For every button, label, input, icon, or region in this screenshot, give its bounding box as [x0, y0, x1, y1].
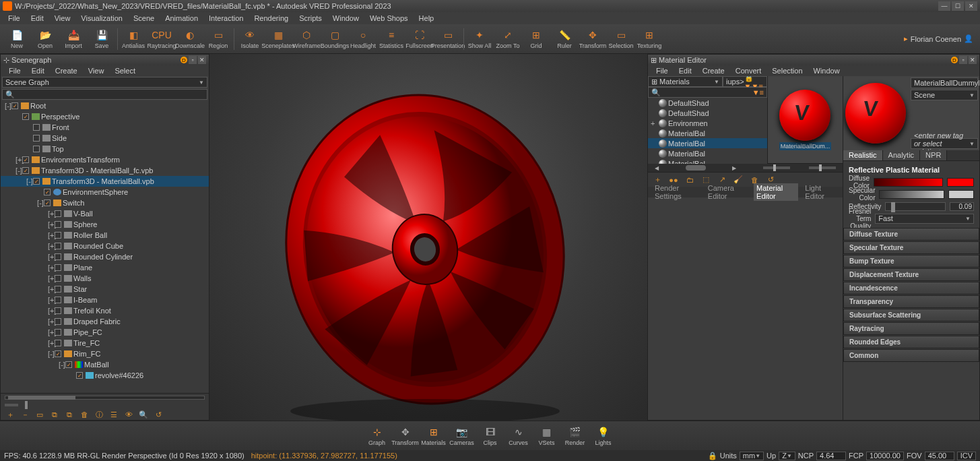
visibility-checkbox[interactable]: ✓	[44, 199, 51, 206]
visibility-checkbox[interactable]	[55, 264, 61, 271]
expander-icon[interactable]: [-]	[37, 199, 44, 207]
material-list-item[interactable]: MaterialBal	[648, 128, 767, 138]
materials-search[interactable]: 🔍 ▼≡	[648, 87, 767, 98]
panel-undock-button[interactable]: ▫	[189, 56, 197, 64]
section-incandescence[interactable]: Incandescence	[843, 282, 979, 295]
tree-node[interactable]: [+]Plane	[1, 262, 209, 273]
visibility-checkbox[interactable]: ✓	[22, 156, 29, 163]
materials-combo[interactable]: ⊞ Materials▼	[648, 76, 723, 87]
tool-sceneplates[interactable]: ▦Sceneplates	[264, 26, 292, 53]
tree-node[interactable]: [+]Rounded Cylinder	[1, 251, 209, 262]
tool-texturing[interactable]: ⊞Texturing	[635, 26, 663, 53]
panel-close-button[interactable]: ✕	[198, 56, 206, 64]
bottom-tool-vsets[interactable]: ▦VSets	[533, 423, 561, 450]
diffuse-color-solid[interactable]	[947, 178, 974, 187]
properties-icon[interactable]: ☰	[108, 409, 119, 420]
expander-icon[interactable]: [-]	[48, 350, 55, 358]
maximize-button[interactable]: ☐	[952, 1, 964, 11]
expander-icon[interactable]: [+]	[48, 328, 55, 336]
tree-node[interactable]: [+]Star	[1, 284, 209, 295]
expander-icon[interactable]: [+]	[48, 210, 55, 218]
material-list-item[interactable]: +Environmen	[648, 118, 767, 128]
tool-downscale[interactable]: ◐Downscale	[176, 26, 204, 53]
tree-node[interactable]: [+]Sphere	[1, 219, 209, 230]
visibility-checkbox[interactable]	[33, 124, 40, 131]
tool-headlight[interactable]: ○Headlight	[349, 26, 377, 53]
tool-isolate[interactable]: 👁Isolate	[236, 26, 264, 53]
tool-grid[interactable]: ⊞Grid	[522, 26, 550, 53]
material-list-item[interactable]: DefaultShad	[648, 108, 767, 118]
visibility-checkbox[interactable]: ✓	[11, 102, 18, 109]
tool-show-all[interactable]: ✦Show All	[465, 26, 494, 53]
expander-icon[interactable]: [+]	[48, 307, 55, 315]
tool-raytracing[interactable]: CPURaytracing	[148, 26, 176, 53]
tree-node[interactable]: [+]I-Beam	[1, 295, 209, 305]
section-rounded-edges[interactable]: Rounded Edges	[843, 336, 979, 348]
icv-button[interactable]: ICV	[957, 452, 976, 460]
link-render-settings[interactable]: Render Settings	[652, 183, 701, 201]
me-menu-selection[interactable]: Selection	[766, 65, 808, 76]
bottom-tool-curves[interactable]: ∿Curves	[504, 423, 533, 450]
viewport[interactable]	[209, 54, 647, 421]
expander-icon[interactable]: [-]	[5, 102, 11, 110]
menu-edit[interactable]: Edit	[26, 13, 49, 24]
expander-icon[interactable]: [+]	[48, 285, 55, 293]
tree-node[interactable]: [-]✓Rim_FC	[1, 348, 209, 359]
menu-scripts[interactable]: Scripts	[294, 13, 327, 24]
tree-node[interactable]: ✓Perspective	[1, 111, 209, 122]
preview-scrollbar[interactable]: ◀▶	[648, 164, 843, 172]
tree-node[interactable]: [-]✓Switch	[1, 197, 209, 208]
sg-menu-select[interactable]: Select	[109, 65, 141, 76]
group-icon[interactable]: ▭	[34, 409, 45, 420]
expander-icon[interactable]: [+]	[48, 274, 55, 282]
scenegraph-scrollbar[interactable]	[5, 396, 205, 400]
me-menu-file[interactable]: File	[651, 65, 674, 76]
me-menu-convert[interactable]: Convert	[730, 65, 767, 76]
tree-node[interactable]: [+]✓EnvironmentsTransform	[1, 154, 209, 165]
sg-menu-create[interactable]: Create	[50, 65, 83, 76]
section-displacement-texture[interactable]: Displacement Texture	[843, 268, 979, 281]
info-icon[interactable]: ⓘ	[94, 409, 104, 420]
tab-npr[interactable]: NPR	[920, 150, 947, 160]
tool-save[interactable]: 💾Save	[88, 26, 116, 53]
expander-icon[interactable]: [+]	[48, 339, 55, 347]
scenegraph-combo[interactable]: Scene Graph▼	[2, 77, 207, 88]
material-list-item[interactable]: MaterialBal	[648, 158, 767, 164]
bottom-tool-render[interactable]: 🎬Render	[561, 423, 589, 450]
menu-web-shops[interactable]: Web Shops	[364, 13, 414, 24]
me-menu-create[interactable]: Create	[697, 65, 730, 76]
fresnel-dropdown[interactable]: Fast▼	[875, 214, 974, 224]
bottom-tool-cameras[interactable]: 📷Cameras	[448, 423, 476, 450]
menu-rendering[interactable]: Rendering	[249, 13, 294, 24]
bottom-tool-lights[interactable]: 💡Lights	[589, 423, 618, 450]
reflectivity-value[interactable]: 0.09	[950, 202, 974, 211]
section-bump-texture[interactable]: Bump Texture	[843, 255, 979, 268]
visibility-checkbox[interactable]	[55, 253, 61, 260]
menu-visualization[interactable]: Visualization	[75, 13, 128, 24]
duplicate-icon[interactable]: ⧉	[49, 409, 60, 420]
expander-icon[interactable]: [+]	[48, 220, 55, 228]
menu-scene[interactable]: Scene	[128, 13, 160, 24]
tool-zoom-to[interactable]: ⤢Zoom To	[494, 26, 522, 53]
reflectivity-slider[interactable]	[885, 202, 946, 211]
specular-color-swatch[interactable]	[879, 190, 944, 199]
material-thumbnail[interactable]: MaterialBallDum...	[779, 90, 832, 150]
tree-node[interactable]: [-]✓Root	[1, 100, 209, 111]
preview-zoom-slider[interactable]	[763, 166, 790, 169]
me-menu-window[interactable]: Window	[808, 65, 845, 76]
visibility-checkbox[interactable]: ✓	[76, 372, 83, 379]
expander-icon[interactable]: [+]	[48, 296, 55, 304]
panel-close-button[interactable]: ✕	[969, 56, 977, 64]
tree-node[interactable]: ✓revolve#46226	[1, 370, 209, 381]
visibility-checkbox[interactable]: ✓	[22, 113, 29, 120]
tool-transform[interactable]: ✥Transform	[579, 26, 607, 53]
expander-icon[interactable]: [+]	[48, 317, 55, 326]
scenegraph-tree[interactable]: [-]✓Root✓PerspectiveFrontSideTop[+]✓Envi…	[1, 100, 209, 393]
tree-node[interactable]: [+]Tire_FC	[1, 338, 209, 348]
visibility-checkbox[interactable]	[55, 297, 61, 303]
user-area[interactable]: ▸ Florian Coenen 👤	[904, 34, 977, 43]
visibility-checkbox[interactable]	[55, 329, 61, 336]
menu-view[interactable]: View	[49, 13, 76, 24]
zoom-slider[interactable]	[5, 404, 18, 406]
material-list-item[interactable]: DefaultShad	[648, 98, 767, 108]
